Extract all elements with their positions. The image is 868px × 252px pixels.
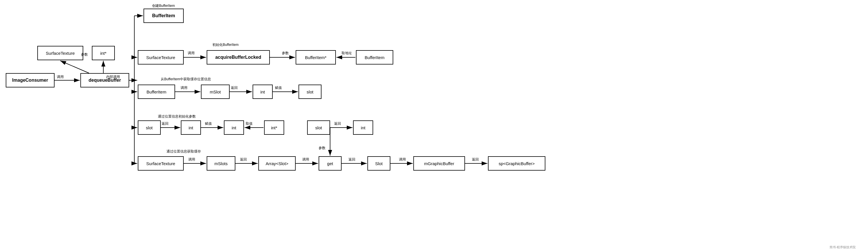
label-call3: 调用 — [181, 85, 187, 90]
node-sp-graphic-buffer: sp<GraphicBuffer> — [488, 156, 546, 171]
label-init-param: 通过位置信息初始化参数 — [158, 114, 196, 119]
node-surface-texture-left: SurfaceTexture — [37, 46, 83, 60]
node-int-star-left: int* — [92, 46, 115, 60]
label-create-bufferitem: 创建BufferItem — [152, 3, 175, 8]
label-call-bot1: 调用 — [188, 157, 195, 162]
node-int-row4a: int — [181, 120, 201, 135]
label-return-bot2: 返回 — [348, 157, 355, 162]
label-from-bufferitem: 从BufferItem中获取缓存位置信息 — [161, 77, 211, 82]
label-return3: 返回 — [231, 85, 238, 90]
label-assign3: 赋值 — [275, 85, 282, 90]
label-call2: 调用 — [188, 51, 195, 56]
node-int-row4c: int — [353, 120, 373, 135]
label-return-bot1: 返回 — [240, 157, 247, 162]
node-slot-row3: slot — [299, 84, 321, 99]
label-return4b: 返回 — [334, 121, 341, 126]
node-surface-texture-mid: SurfaceTexture — [138, 50, 184, 65]
label-get-buffer: 通过位置信息获取缓存 — [166, 149, 201, 154]
node-slot-row4a: slot — [138, 120, 161, 135]
label-param-bot: 参数 — [319, 146, 326, 150]
node-get: get — [319, 156, 342, 171]
label-inner-call: 内部调用 — [106, 75, 120, 79]
node-slot-row4b: slot — [307, 120, 330, 135]
label-param1: 参数 — [81, 52, 88, 57]
node-surface-texture-bot: SurfaceTexture — [138, 156, 184, 171]
node-buffer-item-right: BufferItem — [356, 50, 393, 65]
node-buffer-item-top: BufferItem — [144, 9, 184, 23]
node-mslot: mSlot — [201, 84, 229, 99]
diagram-container: ImageConsumer dequeueBuffer SurfaceTextu… — [0, 0, 868, 252]
label-call1: 调用 — [57, 75, 64, 79]
label-init-bufferitem: 初始化BufferItem — [212, 42, 239, 47]
label-return-bot3: 返回 — [472, 157, 479, 162]
node-dequeue-buffer: dequeueBuffer — [81, 73, 129, 87]
label-addr: 取地址 — [342, 51, 352, 56]
svg-line-3 — [60, 61, 89, 73]
node-mslots: mSlots — [207, 156, 236, 171]
node-int-star-row4: int* — [264, 120, 284, 135]
label-call-bot3: 调用 — [399, 157, 406, 162]
node-acquire-buffer-locked: acquireBufferLocked — [207, 50, 270, 65]
node-buffer-item-row3: BufferItem — [138, 84, 175, 99]
label-param2: 参数 — [282, 51, 289, 56]
node-int-row4b: int — [224, 120, 244, 135]
label-return4a: 返回 — [162, 121, 168, 126]
label-assign4: 赋值 — [205, 121, 212, 126]
label-watermark: 简书·程序猿技术院 — [830, 245, 856, 249]
label-call-bot2: 调用 — [302, 157, 309, 162]
node-int-row3: int — [253, 84, 273, 99]
node-slot: Slot — [367, 156, 391, 171]
node-array-slot: Array<Slot> — [258, 156, 296, 171]
node-mgraphic-buffer: mGraphicBuffer — [413, 156, 465, 171]
arrows-svg — [0, 0, 868, 252]
node-image-consumer: ImageConsumer — [6, 73, 55, 87]
node-buffer-item-star: BufferItem* — [296, 50, 336, 65]
label-getval4: 取值 — [246, 121, 253, 126]
